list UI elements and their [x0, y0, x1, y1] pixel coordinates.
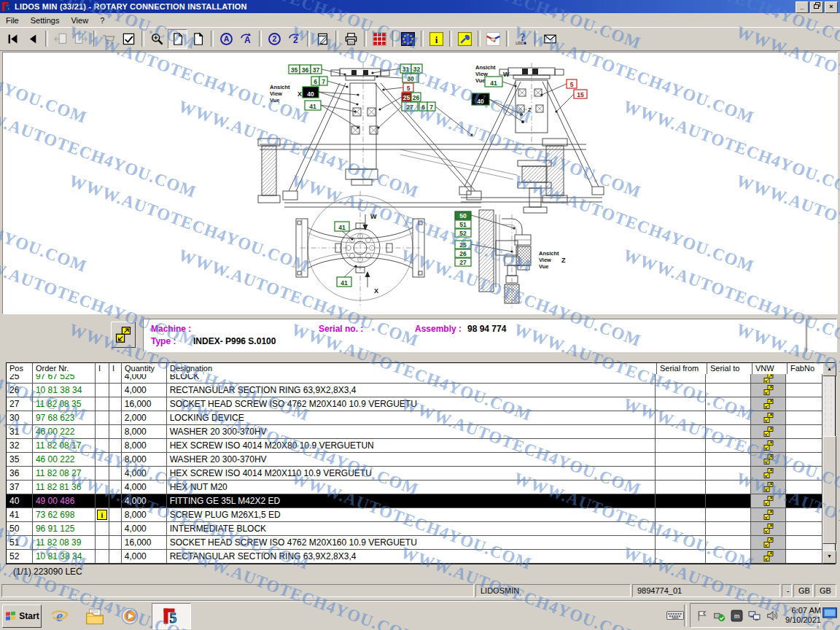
- table-row[interactable]: 3546 00 2228,000WASHER 20 300-370HV: [7, 453, 822, 467]
- table-row[interactable]: 2597 67 5254,000BLOCK: [7, 374, 822, 384]
- vnw-cascade-icon[interactable]: [763, 399, 774, 409]
- table-row[interactable]: 2610 81 38 344,000RECTANGULAR SECTION RI…: [7, 384, 822, 397]
- folder-icon[interactable]: [85, 606, 105, 626]
- vnw-cascade-icon[interactable]: [763, 496, 774, 506]
- close-icon[interactable]: ×: [825, 1, 838, 13]
- table-row[interactable]: 4173 62 698i8,000SCREW PLUG M26X1,5 ED: [7, 508, 822, 522]
- scrollbar-thumb[interactable]: [822, 436, 836, 544]
- table-row[interactable]: 5096 91 1254,000INTERMEDIATE BLOCK: [7, 522, 822, 536]
- callout-leader-dot: [343, 73, 346, 75]
- keyboard-icon[interactable]: [666, 608, 684, 623]
- toolbar-separator: [364, 31, 367, 47]
- ie-icon[interactable]: e: [50, 606, 70, 626]
- vnw-cascade-icon[interactable]: [763, 440, 774, 451]
- eu-flag-icon[interactable]: [399, 30, 417, 48]
- vnw-cascade-icon[interactable]: [763, 374, 774, 383]
- cell-i1: [96, 522, 109, 535]
- lidos-help-icon[interactable]: ?LIDOS: [513, 30, 531, 48]
- page-view-icon[interactable]: [168, 29, 187, 49]
- vnw-cascade-button[interactable]: [111, 322, 136, 348]
- media-player-icon[interactable]: [120, 606, 140, 626]
- unmark-a-icon[interactable]: A: [237, 30, 255, 48]
- mail-icon[interactable]: [541, 30, 559, 48]
- cell-i2: [109, 374, 122, 383]
- cell-designation: RECTANGULAR SECTION RING 63,9X2,8X3,4: [167, 550, 656, 563]
- page-copy-icon[interactable]: [189, 30, 207, 48]
- scroll-down-icon[interactable]: ▼: [822, 551, 836, 564]
- volume-icon[interactable]: [765, 609, 778, 622]
- display-icon[interactable]: [822, 607, 837, 621]
- restore-button[interactable]: [810, 1, 823, 13]
- vnw-cascade-icon[interactable]: [763, 413, 774, 423]
- callout-number: 41: [338, 224, 346, 231]
- vnw-cascade-icon: [115, 327, 131, 343]
- vnw-cascade-icon[interactable]: [763, 551, 774, 561]
- table-row[interactable]: 4049 00 4864,000FITTING GE 35L M42X2 ED: [7, 494, 822, 508]
- vm-icon[interactable]: m: [730, 609, 743, 622]
- mark-2-icon[interactable]: 2: [265, 30, 284, 48]
- vnw-cascade-icon[interactable]: [763, 482, 774, 492]
- type-label: Type :: [151, 336, 176, 346]
- menu-item-view[interactable]: View: [65, 15, 94, 26]
- svg-text:W: W: [370, 213, 377, 220]
- table-row[interactable]: 5111 82 08 3916,000SOCKET HEAD SCREW ISO…: [7, 536, 822, 550]
- cell-order: 97 67 525: [33, 374, 96, 383]
- flag-icon[interactable]: [695, 609, 708, 622]
- callout-leader: [489, 99, 523, 122]
- vnw-cascade-icon[interactable]: [763, 454, 774, 464]
- toolbar: AA22i?LIDOS: [0, 27, 840, 51]
- cell-i1: [96, 439, 109, 452]
- callout-leader: [319, 92, 357, 104]
- cell-fab: [786, 397, 822, 411]
- callout-leader-dot: [371, 71, 373, 74]
- handshake-icon[interactable]: [484, 30, 502, 48]
- start-button[interactable]: Start: [2, 604, 42, 628]
- row-info-icon[interactable]: i: [97, 510, 107, 520]
- table-scrollbar[interactable]: ▲ ▼: [822, 363, 835, 564]
- cell-vnw: [751, 384, 786, 397]
- cell-vnw: [751, 522, 786, 535]
- callout-leader-dot: [540, 93, 542, 96]
- wrench-icon[interactable]: [456, 30, 474, 48]
- table-row[interactable]: 3097 68 6232,000LOCKING DEVICE: [7, 411, 822, 425]
- scroll-up-icon[interactable]: ▲: [822, 363, 836, 376]
- vnw-cascade-icon[interactable]: [763, 427, 774, 437]
- nav-first-icon[interactable]: [4, 30, 22, 48]
- callout-leader: [542, 84, 567, 95]
- cell-sfrom: [656, 494, 706, 508]
- usb-icon[interactable]: [712, 609, 726, 622]
- unmark-2-icon[interactable]: 2: [285, 30, 303, 48]
- cell-qty: 4,000: [122, 494, 167, 508]
- vnw-cascade-icon[interactable]: [763, 537, 774, 548]
- menu-item-file[interactable]: File: [0, 15, 25, 26]
- vnw-cascade-icon[interactable]: [763, 510, 774, 520]
- menu-item-help[interactable]: ?: [94, 15, 110, 26]
- vnw-cascade-icon[interactable]: [763, 524, 774, 534]
- grid-red-icon[interactable]: [370, 30, 389, 48]
- column-header-pos: Pos: [7, 363, 33, 374]
- svg-text:Ansicht: Ansicht: [270, 84, 290, 90]
- notepad-icon[interactable]: [314, 30, 332, 48]
- table-row[interactable]: 3711 82 81 364,000HEX NUT M20: [7, 481, 822, 494]
- table-row[interactable]: 3146 00 2228,000WASHER 20 300-370HV: [7, 425, 822, 439]
- menu-item-settings[interactable]: Settings: [25, 15, 66, 26]
- table-row[interactable]: 2711 82 08 3516,000SOCKET HEAD SCREW ISO…: [7, 397, 822, 411]
- table-row[interactable]: 5210 81 38 344,000RECTANGULAR SECTION RI…: [7, 550, 822, 564]
- mark-a-icon[interactable]: A: [217, 30, 236, 48]
- info-icon[interactable]: i: [427, 30, 446, 48]
- print-icon[interactable]: [342, 30, 360, 48]
- nav-prev-icon[interactable]: [23, 30, 42, 48]
- cell-qty: 4,000: [122, 374, 167, 383]
- cell-designation: HEX SCREW ISO 4014 M20X110 10.9 VERGUETU: [167, 467, 656, 480]
- order-check-icon[interactable]: [120, 30, 138, 48]
- network-icon[interactable]: [747, 609, 761, 622]
- vnw-cascade-icon[interactable]: [763, 468, 774, 478]
- zoom-icon[interactable]: [148, 30, 166, 48]
- cell-pos: 30: [7, 411, 33, 424]
- table-row[interactable]: 3211 82 08 178,000HEX SCREW ISO 4014 M20…: [7, 439, 822, 453]
- vnw-cascade-icon[interactable]: [763, 385, 774, 395]
- minimize-button[interactable]: _: [796, 1, 809, 13]
- table-row[interactable]: 3611 82 08 274,000HEX SCREW ISO 4014 M20…: [7, 467, 822, 481]
- taskbar-item-lidos[interactable]: 5: [152, 603, 191, 629]
- cell-i1: [96, 467, 109, 480]
